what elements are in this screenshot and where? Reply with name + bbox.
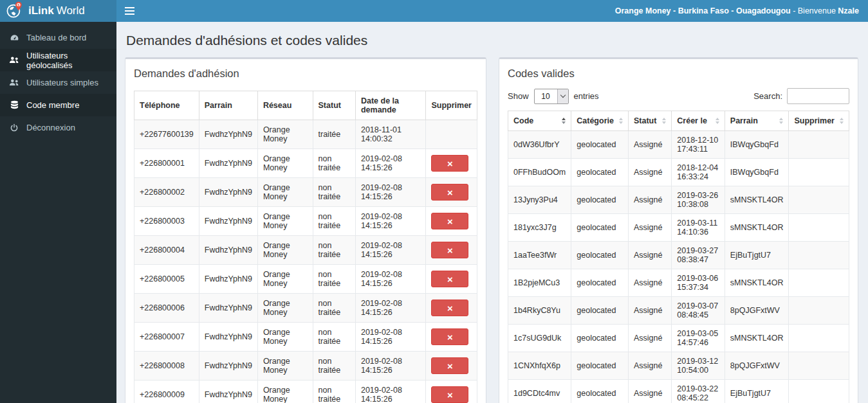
cell-date: 2019-02-08 14:15:26 bbox=[355, 294, 426, 323]
dashboard-icon bbox=[9, 33, 19, 42]
topbar-location: Orange Money - Burkina Faso - Ouagadougo… bbox=[615, 6, 791, 15]
cell-parrain: IBWqyGbqFd bbox=[725, 159, 789, 186]
entries-label: entries bbox=[574, 91, 599, 101]
codes-col-supprimer[interactable]: Supprimer bbox=[789, 111, 849, 131]
cell-supprimer: × bbox=[426, 178, 477, 207]
cell-statut: non traitée bbox=[313, 381, 355, 403]
cell-code: 13Jyny3Pu4 bbox=[508, 186, 571, 214]
cell-telephone: +22677600139 bbox=[134, 120, 199, 149]
sort-icon bbox=[840, 118, 844, 124]
sidebar-item-utilisateurs-geolocalises[interactable]: Utilisateurs géolocalisés bbox=[0, 49, 116, 71]
delete-demande-button[interactable]: × bbox=[431, 328, 468, 345]
demande-row: +226800007FwdhzYphN9Orange Moneynon trai… bbox=[134, 323, 477, 352]
cell-code: 1CNXhfqX6p bbox=[508, 352, 571, 380]
cell-supprimer bbox=[789, 131, 849, 159]
delete-demande-button[interactable]: × bbox=[431, 213, 468, 229]
sidebar-item-tableau-de-bord[interactable]: Tableau de bord bbox=[0, 26, 116, 49]
cell-date: 2018-11-01 14:00:32 bbox=[355, 120, 426, 149]
codes-col-statut[interactable]: Statut bbox=[628, 111, 671, 131]
sidebar-toggle-button[interactable] bbox=[116, 0, 142, 22]
demandes-table: Téléphone Parrain Réseau Statut Date de … bbox=[134, 91, 477, 403]
demande-row: +226800003FwdhzYphN9Orange Moneynon trai… bbox=[134, 207, 477, 236]
delete-demande-button[interactable]: × bbox=[431, 357, 468, 374]
cell-creer-le: 2019-03-07 08:48:45 bbox=[672, 297, 725, 325]
cell-telephone: +226800005 bbox=[134, 265, 199, 294]
cell-date: 2019-02-08 14:15:26 bbox=[355, 265, 426, 294]
cell-statut: non traitée bbox=[313, 178, 355, 207]
sidebar-item-label: Code membre bbox=[26, 100, 79, 110]
cell-reseau: Orange Money bbox=[257, 265, 313, 294]
demandes-col-telephone: Téléphone bbox=[134, 91, 199, 120]
cell-creer-le: 2019-03-12 10:54:00 bbox=[672, 352, 725, 380]
cell-reseau: Orange Money bbox=[257, 294, 313, 323]
search-input[interactable] bbox=[787, 88, 849, 104]
cell-parrain: FwdhzYphN9 bbox=[199, 352, 257, 381]
sidebar: Tableau de bordUtilisateurs géolocalisés… bbox=[0, 22, 116, 403]
cell-supprimer: × bbox=[426, 207, 477, 236]
brand-bold: iLink bbox=[28, 4, 54, 17]
cell-parrain: sMNSKTL4OR bbox=[725, 325, 789, 352]
sidebar-item-deconnexion[interactable]: Déconnexion bbox=[0, 116, 116, 139]
delete-demande-button[interactable]: × bbox=[431, 300, 468, 316]
cell-code: 0dW36UfbrY bbox=[508, 131, 571, 159]
codes-table: Code Catégorie Statut Créer le Parrain S… bbox=[508, 111, 849, 403]
cell-telephone: +226800003 bbox=[134, 207, 199, 236]
cell-supprimer bbox=[789, 269, 849, 297]
app-logo[interactable]: $ iLinkWorld bbox=[0, 0, 116, 22]
cell-reseau: Orange Money bbox=[257, 178, 313, 207]
codes-panel-title: Codes valides bbox=[508, 67, 849, 80]
users-icon bbox=[9, 78, 19, 87]
cell-parrain: 8pQJGFxtWV bbox=[725, 352, 789, 380]
cell-categorie: geolocated bbox=[571, 242, 629, 269]
cell-statut: Assigné bbox=[628, 131, 671, 159]
cell-parrain: FwdhzYphN9 bbox=[199, 236, 257, 265]
cell-statut: non traitée bbox=[313, 323, 355, 352]
cell-supprimer: × bbox=[426, 352, 477, 381]
codes-col-parrain[interactable]: Parrain bbox=[725, 111, 789, 131]
delete-demande-button[interactable]: × bbox=[431, 242, 468, 258]
sidebar-item-code-membre[interactable]: Code membre bbox=[0, 94, 116, 116]
cell-supprimer: × bbox=[426, 236, 477, 265]
sidebar-menu: Tableau de bordUtilisateurs géolocalisés… bbox=[0, 26, 116, 139]
demandes-col-supprimer: Supprimer bbox=[426, 91, 477, 120]
delete-demande-button[interactable]: × bbox=[431, 155, 468, 172]
cell-creer-le: 2019-03-06 15:37:34 bbox=[672, 269, 725, 297]
code-row: 1B2pjeMCu3geolocatedAssigné2019-03-06 15… bbox=[508, 269, 849, 297]
page-length-select[interactable]: 10 bbox=[534, 89, 569, 104]
search-control: Search: bbox=[753, 88, 849, 104]
delete-demande-button[interactable]: × bbox=[431, 386, 468, 403]
cell-telephone: +226800004 bbox=[134, 236, 199, 265]
cell-supprimer bbox=[789, 186, 849, 214]
cell-telephone: +226800002 bbox=[134, 178, 199, 207]
cell-statut: non traitée bbox=[313, 294, 355, 323]
cell-parrain: FwdhzYphN9 bbox=[199, 381, 257, 403]
cell-parrain: 8pQJGFxtWV bbox=[725, 297, 789, 325]
cell-parrain: sMNSKTL4OR bbox=[725, 269, 789, 297]
cell-statut: Assigné bbox=[628, 242, 671, 269]
cell-categorie: geolocated bbox=[571, 380, 629, 403]
cell-parrain: FwdhzYphN9 bbox=[199, 323, 257, 352]
cell-parrain: sMNSKTL4OR bbox=[725, 214, 789, 242]
brand-rest: World bbox=[57, 4, 85, 17]
code-row: 0FFhBudOOmgeolocatedAssigné2018-12-04 16… bbox=[508, 159, 849, 186]
cell-code: 1b4RkyC8Yu bbox=[508, 297, 571, 325]
cell-supprimer bbox=[789, 214, 849, 242]
codes-col-categorie[interactable]: Catégorie bbox=[571, 111, 629, 131]
demandes-header-row: Téléphone Parrain Réseau Statut Date de … bbox=[134, 91, 477, 120]
delete-demande-button[interactable]: × bbox=[431, 271, 468, 287]
sidebar-item-utilisateurs-simples[interactable]: Utilisateurs simples bbox=[0, 71, 116, 94]
cell-statut: non traitée bbox=[313, 236, 355, 265]
codes-header-row: Code Catégorie Statut Créer le Parrain S… bbox=[508, 111, 849, 131]
codes-col-creer-le[interactable]: Créer le bbox=[672, 111, 725, 131]
cell-date: 2019-02-08 14:15:26 bbox=[355, 178, 426, 207]
codes-col-code[interactable]: Code bbox=[508, 111, 571, 131]
cell-parrain: FwdhzYphN9 bbox=[199, 149, 257, 178]
cell-creer-le: 2019-03-05 14:57:46 bbox=[672, 325, 725, 352]
delete-demande-button[interactable]: × bbox=[431, 184, 468, 201]
cell-reseau: Orange Money bbox=[257, 381, 313, 403]
code-row: 1CNXhfqX6pgeolocatedAssigné2019-03-12 10… bbox=[508, 352, 849, 380]
cell-statut: non traitée bbox=[313, 207, 355, 236]
cell-creer-le: 2019-03-22 08:45:22 bbox=[672, 380, 725, 403]
users-icon bbox=[9, 56, 19, 64]
cell-telephone: +226800006 bbox=[134, 294, 199, 323]
